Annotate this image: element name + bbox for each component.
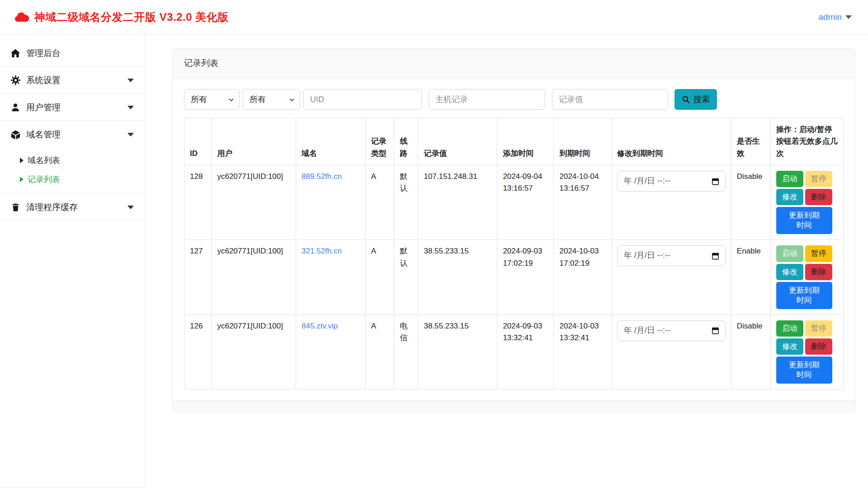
domain-link[interactable]: 321.52fh.cn <box>302 247 342 255</box>
sidebar: 管理后台 系统设置 <box>0 34 145 488</box>
table-row: 128 yc620771[UID:100] 889.52fh.cn A 默认 1… <box>184 165 844 240</box>
date-placeholder: 年 /月/日 --:-- <box>624 249 670 262</box>
caret-down-icon <box>127 206 134 209</box>
sidebar-item-label: 域名管理 <box>26 129 122 141</box>
delete-button[interactable]: 删除 <box>805 338 832 355</box>
action-buttons: 启动 暂停 修改 删除 更新到期时间 <box>776 245 832 309</box>
update-expiry-button[interactable]: 更新到期时间 <box>776 357 832 384</box>
sidebar-item-label: 清理程序缓存 <box>26 202 122 213</box>
chevron-down-icon <box>288 96 295 103</box>
update-expiry-button[interactable]: 更新到期时间 <box>776 282 832 309</box>
pause-button[interactable]: 暂停 <box>805 171 832 187</box>
sidebar-item-clear-cache[interactable]: 清理程序缓存 <box>0 194 145 221</box>
edit-button[interactable]: 修改 <box>776 264 803 280</box>
col-domain: 域名 <box>296 118 366 165</box>
line-select[interactable]: 所有 <box>243 89 300 110</box>
cell-modify-expire: 年 /月/日 --:-- <box>611 240 731 314</box>
pause-button[interactable]: 暂停 <box>805 320 832 337</box>
cube-icon <box>10 129 21 140</box>
sidebar-item-admin-home[interactable]: 管理后台 <box>0 40 145 67</box>
expiry-date-input[interactable]: 年 /月/日 --:-- <box>617 320 726 341</box>
cell-record-value: 38.55.233.15 <box>418 314 497 389</box>
cell-status: Disable <box>731 165 770 240</box>
filter-bar: 所有 所有 搜索 <box>184 89 844 110</box>
host-record-input[interactable] <box>429 89 545 110</box>
cell-actions: 启动 暂停 修改 删除 更新到期时间 <box>770 165 843 240</box>
arrow-right-icon <box>20 177 24 182</box>
cell-line: 默认 <box>394 165 418 240</box>
expiry-date-input[interactable]: 年 /月/日 --:-- <box>617 171 726 192</box>
top-header: 神域二级域名分发二开版 V3.2.0 美化版 admin <box>0 0 868 34</box>
start-button[interactable]: 启动 <box>776 320 803 337</box>
line-select-value: 所有 <box>250 94 266 105</box>
col-line: 线路 <box>394 118 418 165</box>
col-expire-time: 到期时间 <box>554 118 611 165</box>
cell-record-type: A <box>365 165 394 240</box>
cell-domain: 321.52fh.cn <box>296 240 366 314</box>
sidebar-item-domain-management[interactable]: 域名管理 <box>0 121 145 148</box>
sidebar-item-label: 管理后台 <box>26 47 134 59</box>
start-button[interactable]: 启动 <box>776 171 803 187</box>
edit-button[interactable]: 修改 <box>776 338 803 355</box>
start-button[interactable]: 启动 <box>776 245 803 262</box>
cell-user: yc620771[UID:100] <box>212 314 296 389</box>
cell-id: 126 <box>184 314 212 389</box>
cell-user: yc620771[UID:100] <box>212 165 296 240</box>
col-id: ID <box>184 118 212 165</box>
cell-expire-time: 2024-10-04 13:16:57 <box>554 165 611 240</box>
caret-down-icon <box>127 133 134 136</box>
domain-link[interactable]: 845.ztv.vip <box>302 322 338 330</box>
sidebar-subitem-label: 域名列表 <box>28 155 60 166</box>
expiry-date-input[interactable]: 年 /月/日 --:-- <box>617 245 726 266</box>
delete-button[interactable]: 删除 <box>805 264 832 280</box>
edit-button[interactable]: 修改 <box>776 189 803 205</box>
cell-domain: 845.ztv.vip <box>296 314 366 389</box>
action-buttons: 启动 暂停 修改 删除 更新到期时间 <box>776 320 832 384</box>
chevron-down-icon <box>228 96 235 103</box>
record-value-input[interactable] <box>552 89 668 110</box>
sidebar-subitem-domain-list[interactable]: 域名列表 <box>0 151 145 170</box>
gear-icon <box>10 75 21 86</box>
calendar-icon <box>711 252 720 260</box>
sidebar-subitem-record-list[interactable]: 记录列表 <box>0 170 145 189</box>
calendar-icon <box>711 326 720 335</box>
sidebar-item-label: 用户管理 <box>26 102 122 113</box>
col-user: 用户 <box>212 118 296 165</box>
col-record-type: 记录类型 <box>365 118 394 165</box>
card-footer <box>173 400 855 412</box>
cell-status: Disable <box>731 314 770 389</box>
sidebar-item-system-settings[interactable]: 系统设置 <box>0 67 145 94</box>
user-name[interactable]: admin <box>818 12 842 22</box>
cell-added-time: 2024-09-04 13:16:57 <box>497 165 554 240</box>
cell-modify-expire: 年 /月/日 --:-- <box>611 165 731 240</box>
date-placeholder: 年 /月/日 --:-- <box>624 324 670 337</box>
update-expiry-button[interactable]: 更新到期时间 <box>776 207 832 234</box>
cell-record-type: A <box>365 240 394 314</box>
col-added-time: 添加时间 <box>497 118 554 165</box>
caret-down-icon <box>127 79 134 82</box>
home-icon <box>10 48 21 59</box>
search-button[interactable]: 搜索 <box>675 89 717 110</box>
user-menu[interactable]: admin <box>818 12 852 22</box>
caret-down-icon <box>127 106 134 109</box>
record-type-select[interactable]: 所有 <box>184 89 240 110</box>
cell-id: 127 <box>184 240 212 314</box>
pause-button[interactable]: 暂停 <box>805 245 832 262</box>
cell-expire-time: 2024-10-03 17:02:19 <box>554 240 611 314</box>
cloud-logo-icon <box>14 11 30 23</box>
domain-link[interactable]: 889.52fh.cn <box>302 172 342 181</box>
arrow-right-icon <box>20 158 24 163</box>
delete-button[interactable]: 删除 <box>805 189 832 205</box>
col-status: 是否生效 <box>731 118 770 165</box>
app-title: 神域二级域名分发二开版 V3.2.0 美化版 <box>34 10 229 24</box>
cell-record-type: A <box>365 314 394 389</box>
user-icon <box>10 102 21 113</box>
cell-actions: 启动 暂停 修改 删除 更新到期时间 <box>770 240 843 314</box>
table-row: 126 yc620771[UID:100] 845.ztv.vip A 电信 3… <box>184 314 844 389</box>
uid-input[interactable] <box>303 89 422 110</box>
card-body: 所有 所有 搜索 <box>173 78 855 400</box>
sidebar-item-user-management[interactable]: 用户管理 <box>0 94 145 121</box>
cell-line: 电信 <box>394 314 418 389</box>
records-table: ID 用户 域名 记录类型 线路 记录值 添加时间 到期时间 修改到期时间 是否… <box>184 118 844 389</box>
caret-down-icon <box>845 15 852 19</box>
